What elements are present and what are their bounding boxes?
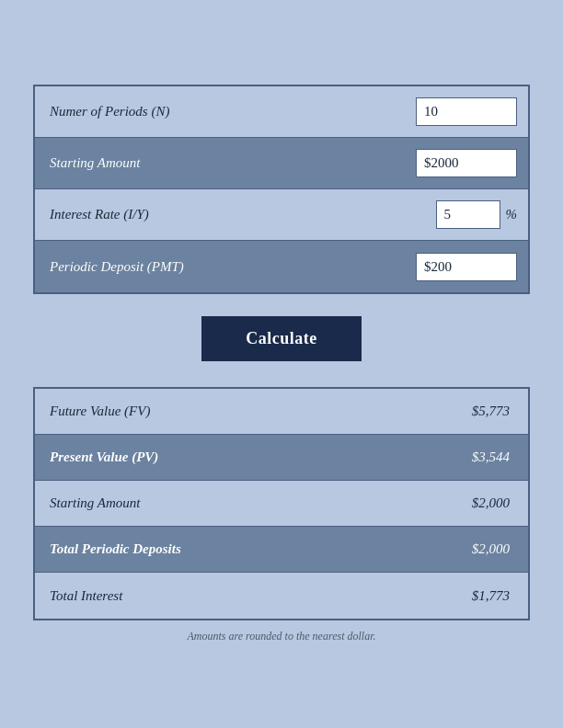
- periods-field-wrapper: [405, 90, 528, 133]
- results-starting-amount-label: Starting Amount: [35, 486, 418, 520]
- results-section: Future Value (FV) $5,773 Present Value (…: [33, 387, 530, 620]
- total-interest-label: Total Interest: [35, 579, 418, 613]
- interest-rate-row: Interest Rate (I/Y) %: [35, 189, 528, 241]
- footnote: Amounts are rounded to the nearest dolla…: [33, 630, 530, 643]
- present-value: $3,544: [418, 440, 528, 474]
- page-container: Numer of Periods (N) Starting Amount Int…: [15, 66, 548, 662]
- starting-amount-row: Starting Amount: [35, 138, 528, 189]
- future-value-row: Future Value (FV) $5,773: [35, 389, 528, 435]
- starting-amount-input[interactable]: [416, 149, 517, 177]
- input-section: Numer of Periods (N) Starting Amount Int…: [33, 85, 530, 294]
- present-value-label: Present Value (PV): [35, 440, 418, 474]
- starting-amount-field-wrapper: [405, 142, 528, 185]
- future-value: $5,773: [418, 394, 528, 428]
- total-deposits-label: Total Periodic Deposits: [35, 532, 418, 566]
- present-value-row: Present Value (PV) $3,544: [35, 435, 528, 481]
- button-section: Calculate: [33, 316, 530, 361]
- total-interest-row: Total Interest $1,773: [35, 573, 528, 619]
- periods-row: Numer of Periods (N): [35, 86, 528, 138]
- future-value-label: Future Value (FV): [35, 394, 418, 428]
- percent-symbol: %: [506, 207, 518, 222]
- interest-rate-field-wrapper: %: [425, 193, 529, 236]
- periods-label: Numer of Periods (N): [35, 95, 405, 129]
- total-deposits-row: Total Periodic Deposits $2,000: [35, 527, 528, 573]
- periods-input[interactable]: [416, 97, 517, 126]
- starting-amount-label: Starting Amount: [35, 146, 405, 180]
- interest-rate-label: Interest Rate (I/Y): [35, 198, 425, 232]
- total-interest: $1,773: [418, 579, 528, 613]
- periodic-deposit-row: Periodic Deposit (PMT): [35, 241, 528, 292]
- calculate-button[interactable]: Calculate: [201, 316, 361, 361]
- periodic-deposit-label: Periodic Deposit (PMT): [35, 250, 405, 284]
- interest-rate-input[interactable]: [436, 200, 500, 229]
- total-deposits: $2,000: [418, 532, 528, 566]
- results-starting-amount-row: Starting Amount $2,000: [35, 481, 528, 527]
- periodic-deposit-input[interactable]: [416, 253, 517, 281]
- periodic-deposit-field-wrapper: [405, 245, 528, 289]
- results-starting-amount: $2,000: [418, 486, 528, 520]
